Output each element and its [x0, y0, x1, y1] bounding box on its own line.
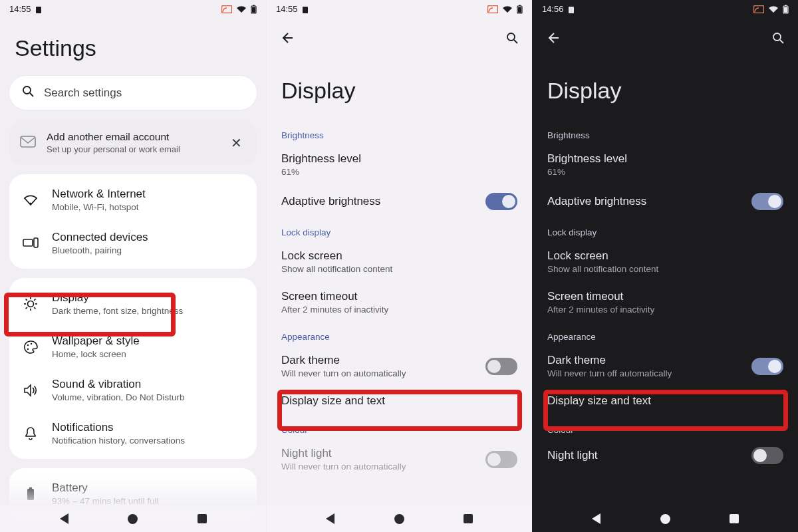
nav-home-icon[interactable] — [128, 514, 138, 524]
bell-icon — [21, 426, 40, 441]
svg-rect-3 — [253, 5, 255, 6]
row-label: Adaptive brightness — [547, 195, 751, 208]
settings-item-wallpaper[interactable]: Wallpaper & style Home, lock screen — [12, 325, 254, 368]
settings-item-label: Wallpaper & style — [52, 334, 140, 348]
row-night-light[interactable]: Night light Will never turn on automatic… — [267, 439, 532, 479]
section-colour: Colour — [267, 416, 532, 439]
wifi-icon — [21, 194, 40, 206]
svg-rect-32 — [569, 7, 574, 13]
svg-rect-28 — [519, 5, 521, 6]
settings-item-label: Notifications — [52, 421, 185, 434]
search-settings[interactable]: Search settings — [9, 76, 257, 110]
sim-icon — [302, 5, 309, 13]
sim-icon — [35, 5, 42, 13]
row-sub: After 2 minutes of inactivity — [547, 305, 783, 315]
row-display-size[interactable]: Display size and text — [267, 386, 532, 416]
row-label: Lock screen — [547, 249, 783, 263]
svg-line-16 — [26, 299, 27, 300]
svg-rect-29 — [518, 7, 521, 13]
settings-item-sub: 93% – 47 mins left until full — [52, 496, 159, 506]
row-sub: Will never turn on automatically — [281, 368, 485, 378]
back-button[interactable] — [277, 29, 296, 47]
toggle-adaptive-brightness[interactable] — [751, 193, 783, 210]
app-bar — [267, 17, 532, 51]
row-brightness-level[interactable]: Brightness level 61% — [267, 144, 532, 185]
status-time: 14:55 — [9, 4, 31, 14]
settings-item-connected-devices[interactable]: Connected devices Bluetooth, pairing — [12, 221, 254, 265]
suggestion-card-add-email[interactable]: Add another email account Set up your pe… — [9, 120, 257, 165]
settings-item-sound[interactable]: Sound & vibration Volume, vibration, Do … — [12, 368, 254, 412]
palette-icon — [21, 340, 40, 354]
nav-home-icon[interactable] — [660, 514, 670, 524]
row-screen-timeout[interactable]: Screen timeout After 2 minutes of inacti… — [533, 282, 798, 323]
settings-item-sub: Volume, vibration, Do Not Disturb — [52, 392, 185, 402]
svg-point-8 — [29, 202, 31, 204]
row-sub: After 2 minutes of inactivity — [281, 305, 517, 315]
row-brightness-level[interactable]: Brightness level 61% — [533, 144, 798, 185]
nav-back-icon[interactable] — [592, 513, 600, 524]
nav-recents-icon[interactable] — [464, 514, 473, 523]
settings-item-sub: Home, lock screen — [52, 349, 140, 359]
search-button[interactable] — [503, 29, 521, 47]
settings-item-label: Battery — [52, 481, 159, 495]
row-night-light[interactable]: Night light — [533, 439, 798, 472]
status-bar: 14:55 — [267, 0, 532, 17]
row-screen-timeout[interactable]: Screen timeout After 2 minutes of inacti… — [267, 282, 532, 323]
search-button[interactable] — [769, 29, 787, 47]
row-label: Lock screen — [281, 249, 517, 263]
nav-bar — [533, 505, 798, 532]
bottom-fade — [267, 476, 532, 509]
cast-icon — [221, 5, 232, 13]
row-sub: Show all notification content — [281, 264, 517, 274]
section-lock-display: Lock display — [267, 218, 532, 241]
devices-icon — [21, 237, 40, 249]
row-adaptive-brightness[interactable]: Adaptive brightness — [267, 185, 532, 218]
section-colour: Colour — [533, 416, 798, 439]
row-lock-screen[interactable]: Lock screen Show all notification conten… — [267, 241, 532, 282]
row-dark-theme[interactable]: Dark theme Will never turn off automatic… — [533, 346, 798, 386]
status-time: 14:56 — [542, 4, 564, 14]
nav-recents-icon[interactable] — [730, 514, 739, 523]
toggle-adaptive-brightness[interactable] — [485, 193, 517, 210]
settings-item-network[interactable]: Network & Internet Mobile, Wi-Fi, hotspo… — [12, 178, 254, 221]
row-dark-theme[interactable]: Dark theme Will never turn on automatica… — [267, 346, 532, 386]
svg-rect-10 — [34, 238, 38, 247]
row-sub: Will never turn off automatically — [547, 368, 751, 378]
dismiss-suggestion-button[interactable]: ✕ — [227, 132, 246, 154]
wifi-status-icon — [502, 5, 513, 13]
battery-status-icon — [783, 5, 789, 14]
row-lock-screen[interactable]: Lock screen Show all notification conten… — [533, 241, 798, 282]
nav-back-icon[interactable] — [326, 513, 334, 524]
toggle-night-light[interactable] — [751, 447, 783, 464]
svg-line-6 — [30, 93, 33, 96]
row-label: Brightness level — [281, 152, 517, 166]
battery-status-icon — [251, 5, 257, 14]
row-display-size[interactable]: Display size and text — [533, 386, 798, 416]
nav-back-icon[interactable] — [60, 513, 68, 524]
settings-group-device: Display Dark theme, font size, brightnes… — [9, 278, 257, 459]
section-appearance: Appearance — [533, 323, 798, 346]
nav-bar — [267, 505, 532, 532]
nav-recents-icon[interactable] — [198, 514, 207, 523]
row-label: Screen timeout — [281, 290, 517, 303]
toggle-dark-theme[interactable] — [485, 358, 517, 375]
row-sub: 61% — [281, 167, 517, 177]
screenshot-display-dark: 14:56 Display Brightness Brightness leve… — [532, 0, 798, 532]
suggestion-title: Add another email account — [47, 131, 180, 143]
nav-home-icon[interactable] — [394, 514, 404, 524]
row-adaptive-brightness[interactable]: Adaptive brightness — [533, 185, 798, 218]
wifi-status-icon — [768, 5, 779, 13]
settings-item-display[interactable]: Display Dark theme, font size, brightnes… — [12, 282, 254, 325]
search-icon — [21, 84, 35, 101]
page-title: Display — [267, 51, 532, 121]
svg-rect-4 — [252, 7, 255, 13]
back-button[interactable] — [543, 29, 562, 47]
toggle-night-light[interactable] — [485, 451, 517, 468]
svg-point-30 — [507, 33, 515, 41]
svg-line-19 — [34, 299, 35, 300]
settings-item-label: Connected devices — [52, 231, 148, 244]
battery-status-icon — [517, 5, 523, 14]
settings-item-notifications[interactable]: Notifications Notification history, conv… — [12, 412, 254, 455]
svg-line-18 — [26, 307, 27, 309]
toggle-dark-theme[interactable] — [751, 358, 783, 375]
